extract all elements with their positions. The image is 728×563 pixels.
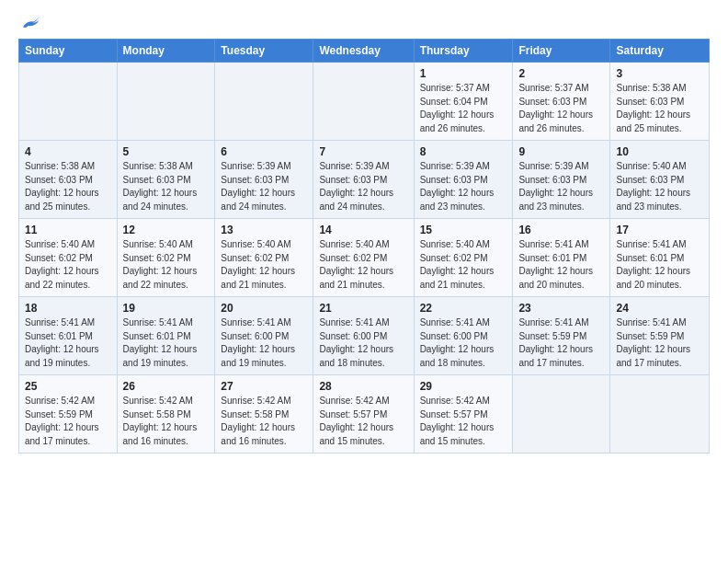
day-info: Sunrise: 5:42 AM Sunset: 5:57 PM Dayligh… (420, 395, 507, 448)
calendar-header: SundayMondayTuesdayWednesdayThursdayFrid… (19, 40, 710, 63)
day-info: Sunrise: 5:41 AM Sunset: 6:00 PM Dayligh… (420, 316, 507, 370)
day-info: Sunrise: 5:40 AM Sunset: 6:02 PM Dayligh… (420, 238, 507, 292)
day-number: 6 (221, 145, 307, 158)
day-number: 11 (25, 224, 111, 236)
weekday-header-saturday: Saturday (610, 40, 710, 63)
weekday-header-thursday: Thursday (414, 40, 513, 63)
calendar-cell: 26Sunrise: 5:42 AM Sunset: 5:58 PM Dayli… (117, 375, 215, 454)
day-number: 5 (123, 145, 210, 158)
day-number: 29 (420, 380, 507, 393)
day-number: 25 (25, 380, 111, 393)
day-info: Sunrise: 5:37 AM Sunset: 6:03 PM Dayligh… (518, 82, 604, 135)
day-info: Sunrise: 5:37 AM Sunset: 6:04 PM Dayligh… (420, 82, 507, 135)
day-number: 10 (616, 145, 703, 158)
calendar-cell: 5Sunrise: 5:38 AM Sunset: 6:03 PM Daylig… (117, 141, 215, 219)
weekday-header-friday: Friday (513, 40, 610, 63)
calendar-cell: 3Sunrise: 5:38 AM Sunset: 6:03 PM Daylig… (610, 63, 710, 141)
day-number: 20 (221, 302, 307, 315)
day-info: Sunrise: 5:41 AM Sunset: 5:59 PM Dayligh… (518, 316, 604, 370)
calendar-cell (215, 63, 313, 141)
calendar-cell: 17Sunrise: 5:41 AM Sunset: 6:01 PM Dayli… (610, 219, 710, 297)
calendar-cell: 22Sunrise: 5:41 AM Sunset: 6:00 PM Dayli… (414, 297, 513, 375)
day-info: Sunrise: 5:40 AM Sunset: 6:02 PM Dayligh… (319, 238, 407, 292)
calendar-cell: 21Sunrise: 5:41 AM Sunset: 6:00 PM Dayli… (313, 297, 414, 375)
calendar-cell: 24Sunrise: 5:41 AM Sunset: 5:59 PM Dayli… (610, 297, 710, 375)
calendar-cell: 6Sunrise: 5:39 AM Sunset: 6:03 PM Daylig… (215, 141, 313, 219)
logo (18, 15, 40, 31)
day-number: 24 (616, 302, 703, 315)
day-number: 18 (25, 302, 111, 315)
day-info: Sunrise: 5:39 AM Sunset: 6:03 PM Dayligh… (319, 160, 407, 213)
day-info: Sunrise: 5:41 AM Sunset: 6:00 PM Dayligh… (319, 316, 407, 370)
calendar-cell: 1Sunrise: 5:37 AM Sunset: 6:04 PM Daylig… (414, 63, 513, 141)
day-info: Sunrise: 5:38 AM Sunset: 6:03 PM Dayligh… (25, 160, 111, 213)
calendar-cell (19, 63, 118, 141)
day-number: 23 (518, 302, 604, 315)
day-info: Sunrise: 5:42 AM Sunset: 5:58 PM Dayligh… (221, 395, 307, 448)
day-number: 14 (319, 224, 407, 236)
calendar-cell: 8Sunrise: 5:39 AM Sunset: 6:03 PM Daylig… (414, 141, 513, 219)
weekday-header-tuesday: Tuesday (215, 40, 313, 63)
day-number: 15 (420, 224, 507, 236)
day-info: Sunrise: 5:41 AM Sunset: 6:00 PM Dayligh… (221, 316, 307, 370)
day-number: 28 (319, 380, 407, 393)
calendar-cell: 16Sunrise: 5:41 AM Sunset: 6:01 PM Dayli… (513, 219, 610, 297)
day-info: Sunrise: 5:40 AM Sunset: 6:02 PM Dayligh… (221, 238, 307, 292)
day-info: Sunrise: 5:41 AM Sunset: 6:01 PM Dayligh… (123, 316, 210, 370)
calendar-cell: 11Sunrise: 5:40 AM Sunset: 6:02 PM Dayli… (19, 219, 118, 297)
calendar-cell (117, 63, 215, 141)
calendar-cell: 19Sunrise: 5:41 AM Sunset: 6:01 PM Dayli… (117, 297, 215, 375)
day-info: Sunrise: 5:41 AM Sunset: 6:01 PM Dayligh… (616, 238, 703, 292)
weekday-header-wednesday: Wednesday (313, 40, 414, 63)
calendar-cell: 29Sunrise: 5:42 AM Sunset: 5:57 PM Dayli… (414, 375, 513, 454)
page-header (18, 15, 710, 31)
calendar-week-row: 18Sunrise: 5:41 AM Sunset: 6:01 PM Dayli… (19, 297, 710, 375)
calendar-cell: 18Sunrise: 5:41 AM Sunset: 6:01 PM Dayli… (19, 297, 118, 375)
calendar-week-row: 4Sunrise: 5:38 AM Sunset: 6:03 PM Daylig… (19, 141, 710, 219)
calendar-week-row: 25Sunrise: 5:42 AM Sunset: 5:59 PM Dayli… (19, 375, 710, 454)
day-info: Sunrise: 5:41 AM Sunset: 6:01 PM Dayligh… (25, 316, 111, 370)
calendar-cell: 28Sunrise: 5:42 AM Sunset: 5:57 PM Dayli… (313, 375, 414, 454)
day-info: Sunrise: 5:42 AM Sunset: 5:59 PM Dayligh… (25, 395, 111, 448)
day-info: Sunrise: 5:40 AM Sunset: 6:02 PM Dayligh… (25, 238, 111, 292)
calendar-cell (513, 375, 610, 454)
calendar-cell: 15Sunrise: 5:40 AM Sunset: 6:02 PM Dayli… (414, 219, 513, 297)
day-number: 2 (518, 67, 604, 80)
calendar-cell: 27Sunrise: 5:42 AM Sunset: 5:58 PM Dayli… (215, 375, 313, 454)
calendar-cell (610, 375, 710, 454)
calendar-cell: 12Sunrise: 5:40 AM Sunset: 6:02 PM Dayli… (117, 219, 215, 297)
day-number: 1 (420, 67, 507, 80)
calendar-cell: 7Sunrise: 5:39 AM Sunset: 6:03 PM Daylig… (313, 141, 414, 219)
day-number: 13 (221, 224, 307, 236)
day-number: 17 (616, 224, 703, 236)
day-info: Sunrise: 5:42 AM Sunset: 5:57 PM Dayligh… (319, 395, 407, 448)
calendar-table: SundayMondayTuesdayWednesdayThursdayFrid… (18, 39, 710, 454)
calendar-cell: 20Sunrise: 5:41 AM Sunset: 6:00 PM Dayli… (215, 297, 313, 375)
day-number: 16 (518, 224, 604, 236)
day-info: Sunrise: 5:39 AM Sunset: 6:03 PM Dayligh… (420, 160, 507, 213)
day-number: 8 (420, 145, 507, 158)
calendar-cell (313, 63, 414, 141)
calendar-cell: 13Sunrise: 5:40 AM Sunset: 6:02 PM Dayli… (215, 219, 313, 297)
calendar-cell: 10Sunrise: 5:40 AM Sunset: 6:03 PM Dayli… (610, 141, 710, 219)
day-info: Sunrise: 5:38 AM Sunset: 6:03 PM Dayligh… (616, 82, 703, 135)
day-info: Sunrise: 5:39 AM Sunset: 6:03 PM Dayligh… (221, 160, 307, 213)
calendar-cell: 2Sunrise: 5:37 AM Sunset: 6:03 PM Daylig… (513, 63, 610, 141)
weekday-header-monday: Monday (117, 40, 215, 63)
day-info: Sunrise: 5:41 AM Sunset: 5:59 PM Dayligh… (616, 316, 703, 370)
day-info: Sunrise: 5:40 AM Sunset: 6:02 PM Dayligh… (123, 238, 210, 292)
day-info: Sunrise: 5:39 AM Sunset: 6:03 PM Dayligh… (518, 160, 604, 213)
logo-bird-icon (20, 15, 40, 31)
calendar-cell: 14Sunrise: 5:40 AM Sunset: 6:02 PM Dayli… (313, 219, 414, 297)
calendar-cell: 9Sunrise: 5:39 AM Sunset: 6:03 PM Daylig… (513, 141, 610, 219)
day-number: 19 (123, 302, 210, 315)
day-info: Sunrise: 5:40 AM Sunset: 6:03 PM Dayligh… (616, 160, 703, 213)
calendar-body: 1Sunrise: 5:37 AM Sunset: 6:04 PM Daylig… (19, 63, 710, 454)
day-number: 7 (319, 145, 407, 158)
calendar-cell: 25Sunrise: 5:42 AM Sunset: 5:59 PM Dayli… (19, 375, 118, 454)
day-number: 21 (319, 302, 407, 315)
calendar-week-row: 1Sunrise: 5:37 AM Sunset: 6:04 PM Daylig… (19, 63, 710, 141)
day-number: 26 (123, 380, 210, 393)
calendar-cell: 23Sunrise: 5:41 AM Sunset: 5:59 PM Dayli… (513, 297, 610, 375)
day-number: 12 (123, 224, 210, 236)
